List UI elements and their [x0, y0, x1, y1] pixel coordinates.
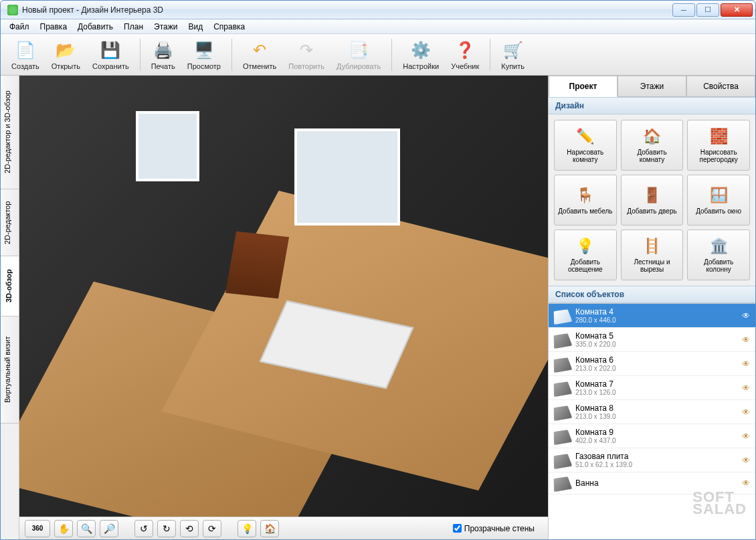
create-button[interactable]: 📄Создать [6, 37, 45, 72]
object-dimensions: 213.0 x 139.0 [575, 413, 737, 420]
vtab-combo[interactable]: 2D-редактор и 3D-обзор [1, 76, 19, 189]
box-icon [554, 381, 573, 397]
tab-floors[interactable]: Этажи [618, 76, 686, 97]
app-icon [7, 5, 18, 15]
viewport: 360 ✋ 🔍 🔎 ↺ ↻ ⟲ ⟳ 💡 🏠 Прозрачные стены [19, 76, 548, 539]
minimize-button[interactable]: ─ [672, 3, 695, 17]
cart-icon: 🛒 [502, 39, 524, 61]
visibility-icon[interactable]: 👁 [742, 311, 750, 321]
home-button[interactable]: 🏠 [260, 520, 279, 537]
draw-room-button[interactable]: ✏️Нарисовать комнату [554, 120, 617, 171]
stairs-button[interactable]: 🪜Лестницы и вырезы [621, 230, 684, 280]
rotate-right-button[interactable]: ↻ [157, 520, 176, 537]
window-buttons: ─ ☐ ✕ [671, 3, 753, 17]
light-button[interactable]: 💡 [238, 520, 256, 537]
main-toolbar: 📄Создать 📂Открыть 💾Сохранить 🖨️Печать 🖥️… [1, 34, 755, 76]
menu-help[interactable]: Справка [209, 21, 250, 33]
settings-button[interactable]: ⚙️Настройки [397, 37, 444, 72]
orbit-right-button[interactable]: ⟳ [203, 520, 221, 537]
object-name: Комната 7 [575, 379, 737, 389]
object-item[interactable]: Комната 5335.0 x 220.0👁 [549, 328, 755, 352]
view-toolbar: 360 ✋ 🔍 🔎 ↺ ↻ ⟲ ⟳ 💡 🏠 Прозрачные стены [19, 517, 548, 539]
undo-button[interactable]: ↶Отменить [238, 37, 282, 72]
menu-edit[interactable]: Правка [35, 21, 72, 33]
redo-icon: ↷ [296, 39, 317, 61]
object-item[interactable]: Комната 4280.0 x 446.0👁 [549, 304, 755, 328]
vtab-2d-editor[interactable]: 2D-редактор [1, 189, 19, 256]
visibility-icon[interactable]: 👁 [742, 456, 750, 465]
pan-button[interactable]: ✋ [54, 520, 73, 537]
chair-icon: 🪑 [576, 186, 595, 205]
transparent-walls-input[interactable] [453, 524, 462, 533]
maximize-button[interactable]: ☐ [696, 3, 719, 17]
zoom-in-button[interactable]: 🔍 [77, 520, 96, 537]
add-room-button[interactable]: 🏠Добавить комнату [621, 120, 684, 171]
tutorial-button[interactable]: ❓Учебник [446, 37, 484, 72]
360-button[interactable]: 360 [25, 520, 50, 537]
orbit-left-icon: ⟲ [185, 523, 193, 534]
save-icon: 💾 [100, 39, 121, 61]
tab-project[interactable]: Проект [549, 76, 618, 97]
side-tabs: Проект Этажи Свойства [549, 76, 755, 97]
main-area: 2D-редактор и 3D-обзор 2D-редактор 3D-об… [1, 76, 755, 539]
object-item[interactable]: Комната 7213.0 x 126.0👁 [549, 376, 755, 400]
duplicate-button[interactable]: 📑Дублировать [331, 37, 386, 72]
box-icon [554, 406, 573, 421]
object-item[interactable]: Комната 6213.0 x 202.0👁 [549, 352, 755, 376]
tab-properties[interactable]: Свойства [686, 76, 755, 97]
watermark: SOFTSALAD [692, 491, 747, 516]
menu-plan[interactable]: План [119, 21, 148, 33]
redo-button[interactable]: ↷Повторить [283, 37, 330, 72]
add-door-button[interactable]: 🚪Добавить дверь [621, 175, 684, 226]
object-name: Газовая плита [575, 452, 737, 461]
close-button[interactable]: ✕ [721, 3, 753, 17]
rotate-left-icon: ↺ [140, 523, 148, 534]
side-panel: Проект Этажи Свойства Дизайн ✏️Нарисоват… [548, 76, 755, 539]
bulb-icon: 💡 [242, 523, 253, 534]
rotate-left-button[interactable]: ↺ [134, 520, 153, 537]
visibility-icon[interactable]: 👁 [742, 359, 750, 369]
object-name: Комната 4 [575, 307, 737, 317]
orbit-left-button[interactable]: ⟲ [180, 520, 199, 537]
vtab-virtual-visit[interactable]: Виртуальный визит [1, 317, 19, 424]
undo-icon: ↶ [249, 39, 270, 61]
design-tools-grid: ✏️Нарисовать комнату 🏠Добавить комнату 🧱… [549, 114, 755, 286]
object-item[interactable]: Комната 9402.0 x 437.0👁 [549, 424, 755, 448]
hand-icon: ✋ [58, 523, 70, 534]
menu-floors[interactable]: Этажи [149, 21, 182, 33]
open-button[interactable]: 📂Открыть [46, 37, 86, 72]
add-window-button[interactable]: 🪟Добавить окно [687, 175, 750, 226]
app-window: Новый проект - Дизайн Интерьера 3D ─ ☐ ✕… [0, 0, 756, 540]
light-icon: 💡 [576, 237, 595, 256]
preview-button[interactable]: 🖥️Просмотр [182, 37, 226, 72]
orbit-right-icon: ⟳ [208, 523, 216, 534]
print-button[interactable]: 🖨️Печать [146, 37, 181, 72]
object-item[interactable]: Газовая плита51.0 x 62.1 x 139.0👁 [549, 448, 755, 472]
visibility-icon[interactable]: 👁 [742, 408, 750, 417]
box-icon [554, 476, 573, 492]
transparent-walls-checkbox[interactable]: Прозрачные стены [453, 524, 535, 533]
vtab-3d-view[interactable]: 3D-обзор [1, 256, 19, 317]
visibility-icon[interactable]: 👁 [742, 383, 750, 393]
object-item[interactable]: Комната 8213.0 x 139.0👁 [549, 400, 755, 424]
add-light-button[interactable]: 💡Добавить освещение [554, 230, 617, 280]
visibility-icon[interactable]: 👁 [742, 432, 750, 441]
object-dimensions: 280.0 x 446.0 [575, 317, 737, 324]
3d-canvas[interactable] [19, 76, 548, 517]
menu-view[interactable]: Вид [183, 21, 207, 33]
buy-button[interactable]: 🛒Купить [496, 37, 530, 72]
add-room-icon: 🏠 [642, 127, 661, 146]
visibility-icon[interactable]: 👁 [742, 335, 750, 345]
duplicate-icon: 📑 [348, 39, 369, 61]
draw-wall-button[interactable]: 🧱Нарисовать перегородку [687, 120, 750, 171]
zoom-out-button[interactable]: 🔎 [100, 520, 118, 537]
visibility-icon[interactable]: 👁 [742, 478, 750, 488]
menu-add[interactable]: Добавить [73, 21, 118, 33]
save-button[interactable]: 💾Сохранить [87, 37, 134, 72]
object-name: Комната 6 [575, 355, 737, 365]
add-column-button[interactable]: 🏛️Добавить колонну [687, 230, 750, 280]
add-furniture-button[interactable]: 🪑Добавить мебель [554, 175, 617, 226]
home-icon: 🏠 [264, 523, 276, 534]
window-title: Новый проект - Дизайн Интерьера 3D [22, 5, 671, 15]
menu-file[interactable]: Файл [5, 21, 34, 33]
